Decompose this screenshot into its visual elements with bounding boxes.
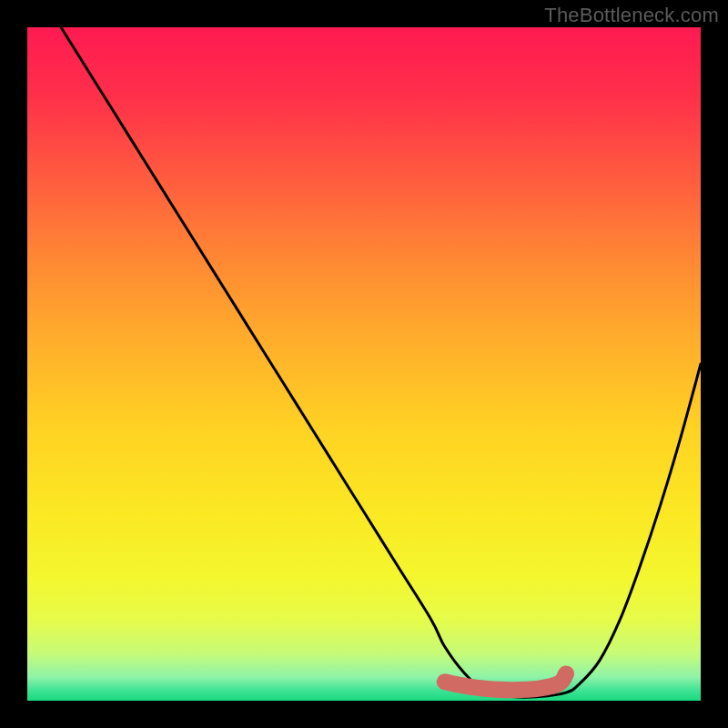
attribution-label: TheBottleneck.com bbox=[544, 4, 719, 27]
chart-root: TheBottleneck.com bbox=[0, 0, 728, 728]
valley-highlight-dot bbox=[438, 674, 452, 689]
chart-svg bbox=[27, 27, 701, 701]
plot-area bbox=[27, 27, 701, 701]
gradient-background bbox=[27, 27, 701, 701]
